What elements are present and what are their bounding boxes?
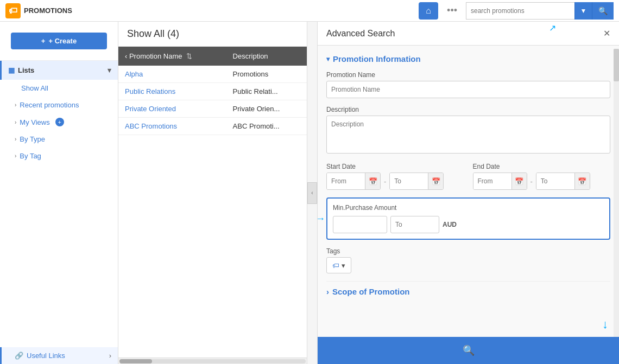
start-date-from-input[interactable] — [327, 173, 365, 190]
sidebar-item-by-tag[interactable]: › By Tag — [0, 148, 118, 164]
scope-label: Scope of Promotion — [332, 287, 410, 296]
list-area: Show All (4) ‹ Promotion Name ⇅ Descript… — [118, 22, 307, 364]
sidebar-section-label: Lists — [18, 66, 34, 74]
calendar-to-icon[interactable]: 📅 — [428, 173, 443, 190]
promotions-table: ‹ Promotion Name ⇅ Description Alpha Pro… — [118, 47, 307, 135]
collapse-panel-button[interactable]: ‹ — [307, 182, 317, 204]
list-title: Show All (4) — [127, 28, 179, 40]
start-date-group: Start Date 📅 - 📅 — [326, 163, 464, 190]
end-date-to-input[interactable] — [536, 173, 574, 190]
promotion-name-link[interactable]: Public Relations — [125, 87, 175, 95]
advanced-search-footer: 🔍 — [318, 337, 619, 364]
min-purchase-row: 5000 AUD — [333, 216, 604, 233]
currency-label: AUD — [443, 221, 457, 228]
chevron-right-icon: › — [15, 102, 16, 108]
table-row: Alpha Promotions — [118, 66, 307, 83]
sidebar-section-header[interactable]: ▦ Lists ▾ — [0, 61, 118, 80]
advanced-search-body: ▾ Promotion Information Promotion Name D… — [318, 46, 619, 337]
end-date-group: End Date 📅 - 📅 — [473, 163, 611, 190]
arrow-annotation-down: ↓ — [602, 317, 608, 331]
calendar-end-to-icon[interactable]: 📅 — [574, 173, 590, 190]
promotion-description: ABC Promoti... — [226, 118, 307, 135]
promotion-description: Public Relati... — [226, 83, 307, 100]
scrollbar-thumb[interactable] — [119, 359, 152, 363]
chevron-right-icon-4: › — [15, 153, 16, 159]
min-purchase-from-input[interactable]: 5000 — [333, 216, 387, 233]
end-date-from-input[interactable] — [473, 173, 511, 190]
list-table-wrapper[interactable]: ‹ Promotion Name ⇅ Description Alpha Pro… — [118, 47, 307, 357]
min-purchase-wrapper: → Min.Purchase Amount 5000 AUD — [326, 197, 610, 240]
search-input[interactable] — [466, 2, 574, 20]
start-date-to-field: 📅 — [389, 173, 444, 190]
by-type-label: By Type — [20, 135, 45, 143]
start-date-row: 📅 - 📅 — [326, 173, 464, 190]
min-purchase-label: Min.Purchase Amount — [333, 204, 604, 212]
link-icon: 🔗 — [15, 352, 23, 360]
end-date-label: End Date — [473, 163, 611, 170]
footer-search-button[interactable]: 🔍 — [463, 344, 475, 356]
promotion-name-field: Promotion Name — [326, 71, 610, 98]
date-fields-row: Start Date 📅 - 📅 End Date — [326, 163, 610, 190]
list-header: Show All (4) — [118, 22, 307, 47]
promotion-info-section-header[interactable]: ▾ Promotion Information — [326, 54, 610, 63]
show-all-label: Show All — [21, 84, 48, 92]
more-options-button[interactable]: ••• — [444, 5, 460, 16]
arrow-annotation-min-purchase: → — [318, 213, 325, 225]
tags-button[interactable]: 🏷 ▾ — [326, 257, 351, 273]
close-button[interactable]: ✕ — [603, 28, 610, 39]
start-date-to-input[interactable] — [390, 173, 428, 190]
tags-group: Tags 🏷 ▾ — [326, 247, 610, 273]
promotion-description: Promotions — [226, 66, 307, 83]
description-input[interactable] — [326, 116, 610, 154]
tags-label: Tags — [326, 247, 610, 255]
add-view-icon[interactable]: + — [55, 118, 64, 126]
sidebar-item-useful-links[interactable]: 🔗 Useful Links › — [0, 347, 118, 364]
promotion-name-link[interactable]: Private Oriented — [125, 105, 176, 113]
end-date-to-field: 📅 — [536, 173, 590, 190]
col-description[interactable]: Description — [226, 47, 307, 66]
col-promotion-name[interactable]: ‹ Promotion Name ⇅ — [118, 47, 226, 66]
calendar-icon[interactable]: 📅 — [365, 173, 380, 190]
advanced-search-header: Advanced Search ✕ — [318, 22, 619, 46]
table-row: ABC Promotions ABC Promoti... — [118, 118, 307, 135]
chevron-right-icon-2: › — [15, 119, 16, 125]
horizontal-scrollbar[interactable] — [118, 357, 307, 364]
min-purchase-to-input[interactable] — [390, 216, 439, 233]
search-go-button[interactable]: 🔍 — [592, 2, 614, 20]
start-date-from-field: 📅 — [326, 173, 381, 190]
promotion-name-label: Promotion Name — [326, 71, 610, 79]
table-row: Private Oriented Private Orien... — [118, 100, 307, 118]
advanced-search-panel: Advanced Search ✕ ▾ Promotion Informatio… — [317, 22, 619, 364]
scrollbar-thumb-vertical — [614, 49, 619, 81]
advanced-search-title: Advanced Search — [326, 29, 395, 39]
end-date-separator: - — [530, 177, 533, 186]
end-date-from-field: 📅 — [473, 173, 527, 190]
sidebar-item-my-views[interactable]: › My Views + — [0, 113, 118, 131]
sidebar-item-by-type[interactable]: › By Type — [0, 131, 118, 148]
my-views-label: My Views — [20, 118, 49, 126]
create-button[interactable]: + + Create — [11, 33, 107, 49]
tags-dropdown-icon: ▾ — [342, 261, 345, 270]
calendar-end-from-icon[interactable]: 📅 — [511, 173, 527, 190]
recent-promotions-label: Recent promotions — [20, 101, 79, 109]
sidebar-item-recent-promotions[interactable]: › Recent promotions — [0, 97, 118, 113]
scope-section-header[interactable]: › Scope of Promotion — [326, 281, 610, 302]
table-row: Public Relations Public Relati... — [118, 83, 307, 100]
search-dropdown-button[interactable]: ▼ — [574, 2, 592, 20]
app-header: 🏷 PROMOTIONS ⌂ ••• ▼ 🔍 ↗ — [0, 0, 619, 22]
create-label: + Create — [48, 37, 77, 45]
logo-icon: 🏷 — [5, 3, 21, 18]
sidebar-item-show-all[interactable]: Show All — [0, 80, 118, 97]
min-purchase-box: Min.Purchase Amount 5000 AUD — [326, 197, 610, 240]
chevron-down-icon: ▾ — [326, 55, 330, 63]
useful-links-label: Useful Links — [27, 352, 65, 360]
end-date-row: 📅 - 📅 — [473, 173, 611, 190]
date-separator: - — [384, 177, 386, 186]
home-button[interactable]: ⌂ — [419, 2, 438, 20]
promotion-name-link[interactable]: ABC Promotions — [125, 122, 177, 130]
vertical-scrollbar[interactable] — [614, 49, 619, 337]
promotion-name-link[interactable]: Alpha — [125, 70, 143, 78]
description-field: Description — [326, 106, 610, 155]
promotion-name-input[interactable] — [326, 81, 610, 98]
by-tag-label: By Tag — [20, 152, 41, 160]
